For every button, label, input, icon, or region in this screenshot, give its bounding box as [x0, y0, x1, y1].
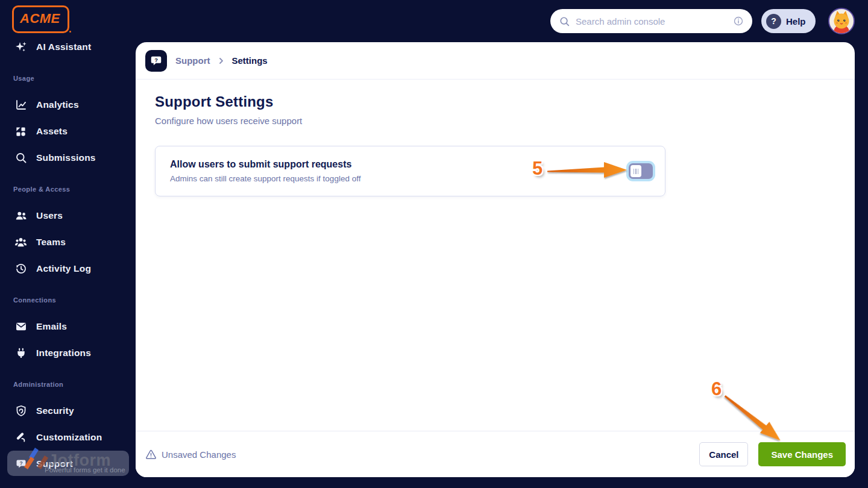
- sidebar-section-people-access: People & Access: [0, 176, 136, 202]
- analytics-icon: [14, 99, 27, 111]
- cancel-button[interactable]: Cancel: [699, 442, 748, 466]
- page-subtitle: Configure how users receive support: [155, 116, 835, 126]
- sidebar-item-ai-assistant[interactable]: AI Assistant: [0, 34, 136, 60]
- page-title: Support Settings: [155, 93, 835, 110]
- support-requests-setting-card: Allow users to submit support requests A…: [155, 146, 665, 196]
- support-breadcrumb-icon: ?: [145, 50, 167, 72]
- sidebar-item-label: AI Assistant: [36, 42, 91, 52]
- sidebar-item-analytics[interactable]: Analytics: [0, 92, 136, 118]
- allow-support-requests-toggle[interactable]: [629, 163, 653, 179]
- help-label: Help: [786, 16, 806, 27]
- breadcrumb-support-link[interactable]: Support: [175, 55, 210, 66]
- sidebar-item-activity-log[interactable]: Activity Log: [0, 255, 136, 282]
- avatar[interactable]: [828, 8, 855, 34]
- submissions-icon: [14, 152, 27, 164]
- integrations-icon: [14, 347, 27, 360]
- main-panel: ? Support Settings Support Settings Conf…: [136, 42, 855, 477]
- sidebar-item-users[interactable]: Users: [0, 202, 136, 229]
- search-icon: [559, 16, 570, 27]
- sidebar-item-security[interactable]: Security: [0, 398, 136, 424]
- sidebar-item-label: Submissions: [36, 152, 96, 163]
- sidebar-item-label: Emails: [36, 321, 67, 332]
- status-text: Unsaved Changes: [162, 449, 236, 460]
- activity-log-icon: [14, 263, 27, 275]
- sidebar-item-label: Security: [36, 405, 74, 416]
- setting-description: Admins can still create support requests…: [170, 174, 360, 183]
- sparkles-icon: [14, 41, 27, 54]
- assets-icon: [14, 125, 27, 138]
- sidebar-item-assets[interactable]: Assets: [0, 118, 136, 145]
- search-input[interactable]: [576, 16, 733, 27]
- breadcrumb: ? Support Settings: [136, 42, 855, 80]
- support-icon: ?: [14, 458, 27, 471]
- sidebar-item-integrations[interactable]: Integrations: [0, 340, 136, 366]
- sidebar-item-label: Assets: [36, 126, 68, 137]
- panel-footer: Unsaved Changes Cancel Save Changes: [136, 431, 855, 477]
- warning-icon: [145, 449, 157, 460]
- chevron-right-icon: [218, 57, 225, 64]
- sidebar-section-usage: Usage: [0, 65, 136, 92]
- breadcrumb-current: Settings: [232, 55, 268, 66]
- customization-icon: [14, 431, 27, 444]
- sidebar: AI Assistant Usage Analytics Assets Subm…: [0, 0, 136, 488]
- svg-text:?: ?: [154, 57, 158, 63]
- setting-title: Allow users to submit support requests: [170, 159, 360, 170]
- annotation-number-6: 6: [711, 378, 722, 400]
- sidebar-item-submissions[interactable]: Submissions: [0, 145, 136, 171]
- sidebar-item-label: Users: [36, 210, 63, 221]
- sidebar-item-label: Customization: [36, 432, 102, 443]
- unsaved-changes-status: Unsaved Changes: [145, 449, 236, 460]
- sidebar-item-label: Activity Log: [36, 263, 91, 274]
- sidebar-item-label: Teams: [36, 237, 66, 248]
- svg-text:?: ?: [19, 460, 22, 466]
- sidebar-section-connections: Connections: [0, 287, 136, 313]
- annotation-number-5: 5: [532, 158, 542, 180]
- help-button[interactable]: ? Help: [761, 9, 816, 33]
- sidebar-item-teams[interactable]: Teams: [0, 229, 136, 255]
- search-bar: [550, 9, 752, 33]
- users-icon: [14, 210, 27, 222]
- sidebar-item-label: Analytics: [36, 99, 79, 110]
- info-icon[interactable]: [733, 16, 744, 27]
- save-changes-button[interactable]: Save Changes: [758, 442, 846, 466]
- help-question-icon: ?: [766, 14, 781, 29]
- toggle-knob: [631, 165, 641, 177]
- sidebar-item-label: Support: [36, 458, 73, 469]
- emails-icon: [14, 321, 27, 333]
- sidebar-item-label: Integrations: [36, 348, 91, 358]
- sidebar-item-support[interactable]: ? Support: [0, 451, 136, 477]
- sidebar-item-customization[interactable]: Customization: [0, 424, 136, 451]
- sidebar-item-emails[interactable]: Emails: [0, 313, 136, 340]
- sidebar-section-administration: Administration: [0, 371, 136, 398]
- teams-icon: [14, 236, 27, 249]
- security-icon: [14, 405, 27, 418]
